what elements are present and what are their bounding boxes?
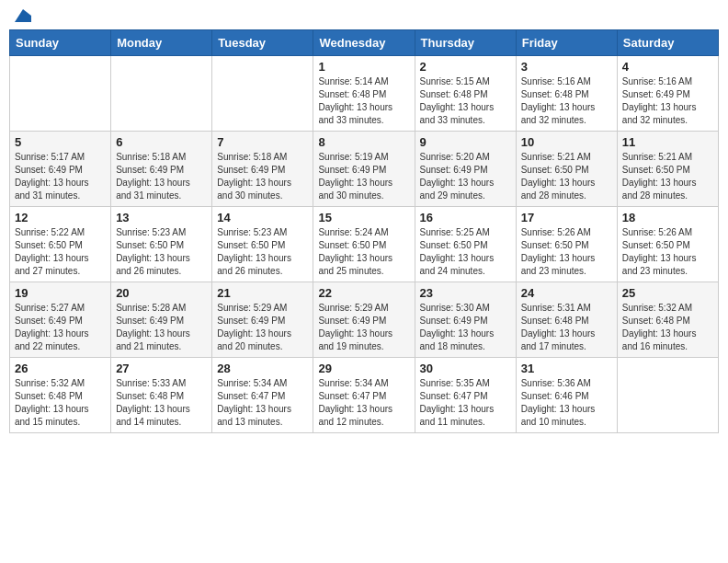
calendar-table: SundayMondayTuesdayWednesdayThursdayFrid… [9, 29, 719, 433]
cell-day-number: 22 [318, 286, 409, 300]
calendar-header-row: SundayMondayTuesdayWednesdayThursdayFrid… [10, 30, 719, 56]
cell-day-number: 2 [420, 60, 511, 74]
column-header-thursday: Thursday [415, 30, 516, 56]
cell-day-info: Sunrise: 5:32 AM Sunset: 6:48 PM Dayligh… [15, 377, 106, 429]
svg-marker-0 [15, 9, 31, 22]
calendar-cell: 28Sunrise: 5:34 AM Sunset: 6:47 PM Dayli… [212, 358, 313, 433]
calendar-cell: 10Sunrise: 5:21 AM Sunset: 6:50 PM Dayli… [516, 132, 617, 207]
cell-day-info: Sunrise: 5:33 AM Sunset: 6:48 PM Dayligh… [116, 377, 207, 429]
column-header-saturday: Saturday [617, 30, 718, 56]
cell-day-number: 28 [217, 362, 308, 375]
cell-day-number: 20 [116, 286, 207, 300]
cell-day-number: 9 [420, 135, 511, 149]
cell-day-info: Sunrise: 5:14 AM Sunset: 6:48 PM Dayligh… [318, 75, 409, 127]
cell-day-number: 5 [15, 135, 106, 149]
cell-day-info: Sunrise: 5:28 AM Sunset: 6:49 PM Dayligh… [116, 302, 207, 353]
calendar-cell: 2Sunrise: 5:15 AM Sunset: 6:48 PM Daylig… [415, 56, 516, 132]
cell-day-number: 4 [622, 60, 713, 74]
cell-day-number: 1 [318, 60, 409, 74]
calendar-week-row: 26Sunrise: 5:32 AM Sunset: 6:48 PM Dayli… [10, 358, 719, 433]
cell-day-info: Sunrise: 5:21 AM Sunset: 6:50 PM Dayligh… [521, 151, 612, 202]
cell-day-info: Sunrise: 5:34 AM Sunset: 6:47 PM Dayligh… [318, 377, 409, 429]
cell-day-number: 7 [217, 135, 308, 149]
calendar-cell: 16Sunrise: 5:25 AM Sunset: 6:50 PM Dayli… [415, 207, 516, 282]
page-header [9, 9, 719, 22]
calendar-cell: 21Sunrise: 5:29 AM Sunset: 6:49 PM Dayli… [212, 282, 313, 358]
calendar-cell: 7Sunrise: 5:18 AM Sunset: 6:49 PM Daylig… [212, 132, 313, 207]
cell-day-info: Sunrise: 5:21 AM Sunset: 6:50 PM Dayligh… [622, 151, 713, 202]
calendar-cell: 26Sunrise: 5:32 AM Sunset: 6:48 PM Dayli… [10, 358, 111, 433]
cell-day-info: Sunrise: 5:30 AM Sunset: 6:49 PM Dayligh… [420, 302, 511, 353]
calendar-cell: 4Sunrise: 5:16 AM Sunset: 6:49 PM Daylig… [617, 56, 718, 132]
column-header-wednesday: Wednesday [313, 30, 415, 56]
calendar-cell [212, 56, 313, 132]
cell-day-info: Sunrise: 5:19 AM Sunset: 6:49 PM Dayligh… [318, 151, 409, 202]
calendar-cell: 24Sunrise: 5:31 AM Sunset: 6:48 PM Dayli… [516, 282, 617, 358]
column-header-friday: Friday [516, 30, 617, 56]
cell-day-info: Sunrise: 5:20 AM Sunset: 6:49 PM Dayligh… [420, 151, 511, 202]
column-header-monday: Monday [111, 30, 212, 56]
calendar-week-row: 19Sunrise: 5:27 AM Sunset: 6:49 PM Dayli… [10, 282, 719, 358]
cell-day-number: 31 [521, 362, 612, 375]
cell-day-info: Sunrise: 5:32 AM Sunset: 6:48 PM Dayligh… [622, 302, 713, 353]
cell-day-number: 26 [15, 362, 106, 375]
cell-day-info: Sunrise: 5:23 AM Sunset: 6:50 PM Dayligh… [116, 226, 207, 278]
calendar-cell: 18Sunrise: 5:26 AM Sunset: 6:50 PM Dayli… [617, 207, 718, 282]
cell-day-info: Sunrise: 5:16 AM Sunset: 6:48 PM Dayligh… [521, 75, 612, 127]
cell-day-info: Sunrise: 5:29 AM Sunset: 6:49 PM Dayligh… [217, 302, 308, 353]
cell-day-info: Sunrise: 5:24 AM Sunset: 6:50 PM Dayligh… [318, 226, 409, 278]
calendar-cell [111, 56, 212, 132]
cell-day-number: 21 [217, 286, 308, 300]
calendar-cell: 12Sunrise: 5:22 AM Sunset: 6:50 PM Dayli… [10, 207, 111, 282]
calendar-cell: 3Sunrise: 5:16 AM Sunset: 6:48 PM Daylig… [516, 56, 617, 132]
cell-day-info: Sunrise: 5:15 AM Sunset: 6:48 PM Dayligh… [420, 75, 511, 127]
calendar-week-row: 1Sunrise: 5:14 AM Sunset: 6:48 PM Daylig… [10, 56, 719, 132]
cell-day-info: Sunrise: 5:23 AM Sunset: 6:50 PM Dayligh… [217, 226, 308, 278]
calendar-cell: 5Sunrise: 5:17 AM Sunset: 6:49 PM Daylig… [10, 132, 111, 207]
calendar-cell: 29Sunrise: 5:34 AM Sunset: 6:47 PM Dayli… [313, 358, 415, 433]
cell-day-info: Sunrise: 5:18 AM Sunset: 6:49 PM Dayligh… [217, 151, 308, 202]
cell-day-number: 30 [420, 362, 511, 375]
cell-day-info: Sunrise: 5:36 AM Sunset: 6:46 PM Dayligh… [521, 377, 612, 429]
calendar-cell: 6Sunrise: 5:18 AM Sunset: 6:49 PM Daylig… [111, 132, 212, 207]
logo [13, 9, 31, 22]
cell-day-number: 24 [521, 286, 612, 300]
calendar-cell: 27Sunrise: 5:33 AM Sunset: 6:48 PM Dayli… [111, 358, 212, 433]
cell-day-number: 25 [622, 286, 713, 300]
calendar-cell: 31Sunrise: 5:36 AM Sunset: 6:46 PM Dayli… [516, 358, 617, 433]
cell-day-info: Sunrise: 5:25 AM Sunset: 6:50 PM Dayligh… [420, 226, 511, 278]
cell-day-number: 12 [15, 211, 106, 224]
cell-day-info: Sunrise: 5:34 AM Sunset: 6:47 PM Dayligh… [217, 377, 308, 429]
cell-day-number: 10 [521, 135, 612, 149]
cell-day-info: Sunrise: 5:26 AM Sunset: 6:50 PM Dayligh… [521, 226, 612, 278]
cell-day-number: 27 [116, 362, 207, 375]
column-header-sunday: Sunday [10, 30, 111, 56]
cell-day-info: Sunrise: 5:18 AM Sunset: 6:49 PM Dayligh… [116, 151, 207, 202]
calendar-cell: 15Sunrise: 5:24 AM Sunset: 6:50 PM Dayli… [313, 207, 415, 282]
calendar-week-row: 12Sunrise: 5:22 AM Sunset: 6:50 PM Dayli… [10, 207, 719, 282]
cell-day-number: 14 [217, 211, 308, 224]
calendar-cell: 1Sunrise: 5:14 AM Sunset: 6:48 PM Daylig… [313, 56, 415, 132]
calendar-cell: 13Sunrise: 5:23 AM Sunset: 6:50 PM Dayli… [111, 207, 212, 282]
calendar-cell: 23Sunrise: 5:30 AM Sunset: 6:49 PM Dayli… [415, 282, 516, 358]
cell-day-info: Sunrise: 5:27 AM Sunset: 6:49 PM Dayligh… [15, 302, 106, 353]
cell-day-number: 6 [116, 135, 207, 149]
cell-day-number: 8 [318, 135, 409, 149]
cell-day-number: 19 [15, 286, 106, 300]
cell-day-info: Sunrise: 5:22 AM Sunset: 6:50 PM Dayligh… [15, 226, 106, 278]
cell-day-number: 29 [318, 362, 409, 375]
calendar-cell: 17Sunrise: 5:26 AM Sunset: 6:50 PM Dayli… [516, 207, 617, 282]
column-header-tuesday: Tuesday [212, 30, 313, 56]
calendar-cell [10, 56, 111, 132]
cell-day-info: Sunrise: 5:29 AM Sunset: 6:49 PM Dayligh… [318, 302, 409, 353]
cell-day-number: 11 [622, 135, 713, 149]
calendar-cell: 9Sunrise: 5:20 AM Sunset: 6:49 PM Daylig… [415, 132, 516, 207]
cell-day-info: Sunrise: 5:31 AM Sunset: 6:48 PM Dayligh… [521, 302, 612, 353]
logo-icon [15, 9, 31, 22]
calendar-cell: 14Sunrise: 5:23 AM Sunset: 6:50 PM Dayli… [212, 207, 313, 282]
calendar-cell: 30Sunrise: 5:35 AM Sunset: 6:47 PM Dayli… [415, 358, 516, 433]
cell-day-number: 13 [116, 211, 207, 224]
cell-day-info: Sunrise: 5:35 AM Sunset: 6:47 PM Dayligh… [420, 377, 511, 429]
cell-day-number: 23 [420, 286, 511, 300]
cell-day-number: 16 [420, 211, 511, 224]
